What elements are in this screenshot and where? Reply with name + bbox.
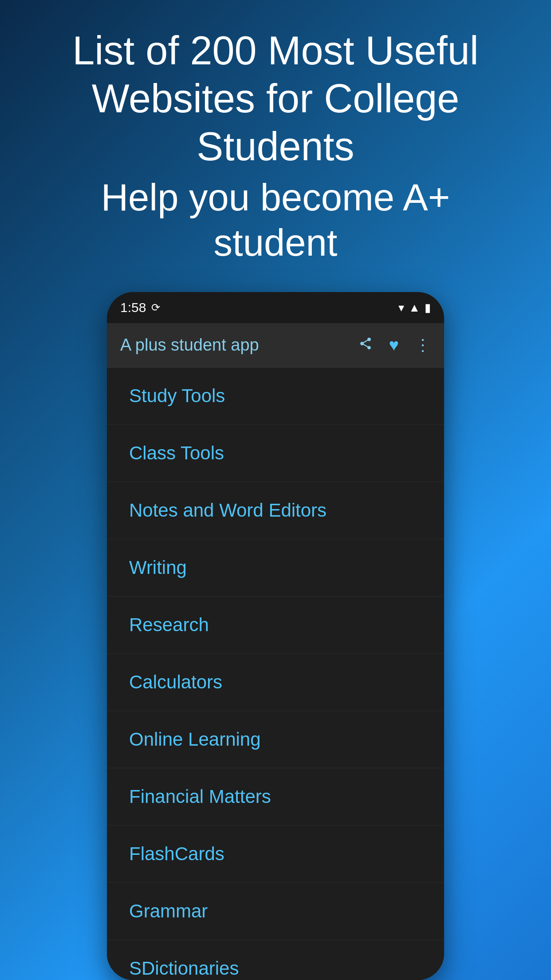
menu-item-label-grammar: Grammar: [129, 901, 208, 921]
wifi-icon: ▾: [398, 301, 404, 315]
menu-list: Study ToolsClass ToolsNotes and Word Edi…: [107, 368, 444, 980]
header-title: List of 200 Most Useful Websites for Col…: [35, 27, 516, 170]
menu-item-label-research: Research: [129, 614, 209, 635]
app-toolbar: A plus student app ♥ ⋮: [107, 323, 444, 368]
menu-item-online-learning[interactable]: Online Learning: [107, 711, 444, 768]
menu-item-notes-word-editors[interactable]: Notes and Word Editors: [107, 482, 444, 539]
status-bar: 1:58 ⟳ ▾ ▲ ▮: [107, 292, 444, 323]
menu-item-class-tools[interactable]: Class Tools: [107, 425, 444, 482]
menu-item-label-class-tools: Class Tools: [129, 443, 224, 463]
menu-item-financial-matters[interactable]: Financial Matters: [107, 768, 444, 826]
menu-item-label-study-tools: Study Tools: [129, 385, 225, 406]
menu-item-label-flashcards: FlashCards: [129, 843, 224, 864]
share-icon[interactable]: [358, 336, 373, 355]
menu-item-research[interactable]: Research: [107, 597, 444, 654]
phone-frame: 1:58 ⟳ ▾ ▲ ▮ A plus student app ♥ ⋮ Stud…: [107, 292, 444, 980]
menu-item-label-online-learning: Online Learning: [129, 729, 261, 750]
menu-item-label-calculators: Calculators: [129, 672, 222, 692]
status-left: 1:58 ⟳: [120, 300, 160, 315]
status-right: ▾ ▲ ▮: [398, 301, 431, 315]
app-title: A plus student app: [120, 336, 259, 355]
menu-item-calculators[interactable]: Calculators: [107, 654, 444, 711]
header-section: List of 200 Most Useful Websites for Col…: [0, 0, 551, 283]
menu-item-grammar[interactable]: Grammar: [107, 883, 444, 940]
status-time: 1:58: [120, 300, 146, 315]
header-subtitle: Help you become A+ student: [35, 175, 516, 265]
favorite-icon[interactable]: ♥: [389, 336, 399, 355]
menu-item-label-financial-matters: Financial Matters: [129, 786, 271, 807]
menu-item-study-tools[interactable]: Study Tools: [107, 368, 444, 425]
menu-item-label-sdictionaries: SDictionaries: [129, 958, 239, 979]
sync-icon: ⟳: [151, 301, 160, 314]
menu-item-label-writing: Writing: [129, 557, 187, 578]
signal-icon: ▲: [409, 301, 420, 315]
menu-item-label-notes-word-editors: Notes and Word Editors: [129, 500, 327, 521]
menu-item-sdictionaries[interactable]: SDictionaries: [107, 940, 444, 980]
battery-icon: ▮: [425, 301, 431, 315]
menu-item-flashcards[interactable]: FlashCards: [107, 826, 444, 883]
menu-item-writing[interactable]: Writing: [107, 539, 444, 597]
more-options-icon[interactable]: ⋮: [415, 336, 431, 355]
toolbar-icons: ♥ ⋮: [358, 336, 431, 355]
